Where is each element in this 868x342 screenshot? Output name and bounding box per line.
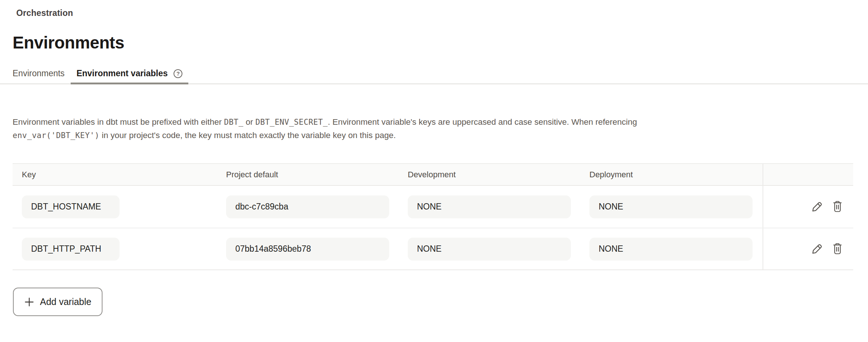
code-dbt-prefix: DBT_ <box>224 118 243 127</box>
help-icon[interactable]: ? <box>174 69 182 78</box>
key-value: DBT_HTTP_PATH <box>22 238 120 261</box>
cell-deployment: NONE <box>580 228 763 269</box>
code-env-var-example: env_var('DBT_KEY') <box>13 131 100 140</box>
cell-key: DBT_HOSTNAME <box>13 186 217 228</box>
cell-key: DBT_HTTP_PATH <box>13 228 217 269</box>
table-header-row: Key Project default Development Deployme… <box>13 163 853 186</box>
tab-environments[interactable]: Environments <box>7 64 71 83</box>
trash-icon <box>832 201 842 213</box>
cell-actions <box>763 228 853 269</box>
deployment-value: NONE <box>589 238 753 261</box>
environment-variables-page: Orchestration Environments Environments … <box>0 0 868 342</box>
description-text: Environment variables in dbt must be pre… <box>13 115 834 142</box>
delete-variable-button[interactable] <box>832 243 842 255</box>
cell-deployment: NONE <box>580 186 763 228</box>
description-segment: or <box>243 117 256 127</box>
development-value: NONE <box>408 238 571 261</box>
development-value: NONE <box>408 195 571 218</box>
pencil-icon <box>811 201 823 213</box>
pencil-icon <box>811 243 823 255</box>
column-header-deployment: Deployment <box>580 164 763 185</box>
project-default-value: dbc-c7c89cba <box>226 195 389 218</box>
column-header-actions <box>763 164 853 185</box>
add-variable-label: Add variable <box>40 296 91 307</box>
cell-project-default: dbc-c7c89cba <box>217 186 398 228</box>
description-segment: Environment variables in dbt must be pre… <box>13 117 224 127</box>
column-header-key: Key <box>13 164 217 185</box>
trash-icon <box>832 243 842 255</box>
key-value: DBT_HOSTNAME <box>22 195 120 218</box>
deployment-value: NONE <box>589 195 753 218</box>
add-variable-button[interactable]: Add variable <box>13 288 102 316</box>
project-default-value: 07bb14a8596beb78 <box>226 238 389 261</box>
column-header-development: Development <box>398 164 580 185</box>
code-dbt-env-secret-prefix: DBT_ENV_SECRET_ <box>255 118 328 127</box>
tab-bar: Environments Environment variables ? <box>0 64 868 84</box>
tab-environments-label: Environments <box>13 68 65 78</box>
cell-development: NONE <box>398 186 580 228</box>
tab-environment-variables[interactable]: Environment variables ? <box>71 64 189 83</box>
cell-project-default: 07bb14a8596beb78 <box>217 228 398 269</box>
description-segment: in your project's code, the key must mat… <box>100 131 396 140</box>
edit-variable-button[interactable] <box>811 243 823 255</box>
table-row: DBT_HOSTNAME dbc-c7c89cba NONE NONE <box>13 186 853 228</box>
cell-development: NONE <box>398 228 580 269</box>
edit-variable-button[interactable] <box>811 201 823 213</box>
column-header-project-default: Project default <box>217 164 398 185</box>
tab-environment-variables-label: Environment variables <box>77 68 168 78</box>
table-row: DBT_HTTP_PATH 07bb14a8596beb78 NONE NONE <box>13 228 853 269</box>
delete-variable-button[interactable] <box>832 201 842 213</box>
plus-icon <box>24 297 34 307</box>
breadcrumb[interactable]: Orchestration <box>16 8 73 18</box>
cell-actions <box>763 186 853 228</box>
description-segment: . Environment variable's keys are upperc… <box>328 117 637 127</box>
env-var-table: Key Project default Development Deployme… <box>13 163 853 270</box>
page-title: Environments <box>13 33 124 53</box>
